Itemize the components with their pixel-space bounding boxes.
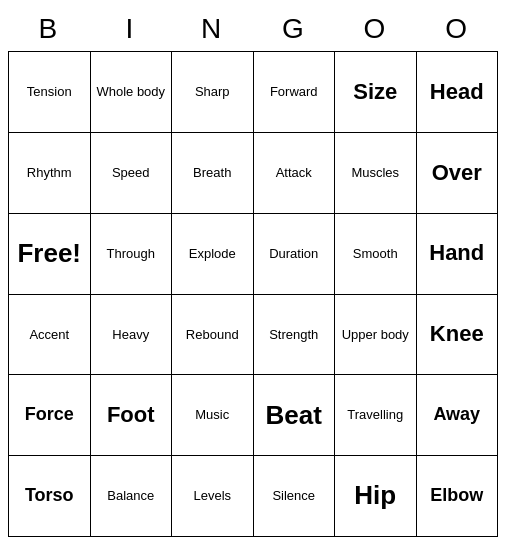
bingo-cell-9: Attack	[254, 133, 336, 214]
bingo-cell-10: Muscles	[335, 133, 417, 214]
header-letter-b-0: B	[8, 7, 90, 51]
bingo-cell-25: Foot	[91, 375, 173, 456]
bingo-cell-1: Whole body	[91, 52, 173, 133]
bingo-cell-29: Away	[417, 375, 499, 456]
bingo-cell-0: Tension	[9, 52, 91, 133]
bingo-cell-20: Rebound	[172, 295, 254, 376]
header-letter-o-5: O	[416, 7, 498, 51]
header-letter-g-3: G	[253, 7, 335, 51]
bingo-cell-6: Rhythm	[9, 133, 91, 214]
bingo-cell-12: Free!	[9, 214, 91, 295]
header-letter-o-4: O	[335, 7, 417, 51]
bingo-cell-18: Accent	[9, 295, 91, 376]
header-letter-i-1: I	[90, 7, 172, 51]
bingo-cell-7: Speed	[91, 133, 173, 214]
bingo-cell-32: Levels	[172, 456, 254, 537]
bingo-card: BINGOO TensionWhole bodySharpForwardSize…	[8, 7, 498, 537]
bingo-cell-14: Explode	[172, 214, 254, 295]
bingo-header: BINGOO	[8, 7, 498, 51]
bingo-cell-21: Strength	[254, 295, 336, 376]
bingo-cell-17: Hand	[417, 214, 499, 295]
bingo-cell-11: Over	[417, 133, 499, 214]
bingo-cell-3: Forward	[254, 52, 336, 133]
bingo-cell-27: Beat	[254, 375, 336, 456]
bingo-cell-34: Hip	[335, 456, 417, 537]
bingo-cell-15: Duration	[254, 214, 336, 295]
bingo-cell-16: Smooth	[335, 214, 417, 295]
bingo-cell-4: Size	[335, 52, 417, 133]
bingo-cell-24: Force	[9, 375, 91, 456]
bingo-cell-28: Travelling	[335, 375, 417, 456]
bingo-cell-19: Heavy	[91, 295, 173, 376]
bingo-cell-23: Knee	[417, 295, 499, 376]
bingo-cell-22: Upper body	[335, 295, 417, 376]
bingo-cell-8: Breath	[172, 133, 254, 214]
bingo-cell-35: Elbow	[417, 456, 499, 537]
bingo-cell-33: Silence	[254, 456, 336, 537]
bingo-grid: TensionWhole bodySharpForwardSizeHeadRhy…	[8, 51, 498, 537]
bingo-cell-31: Balance	[91, 456, 173, 537]
bingo-cell-2: Sharp	[172, 52, 254, 133]
bingo-cell-5: Head	[417, 52, 499, 133]
bingo-cell-30: Torso	[9, 456, 91, 537]
bingo-cell-13: Through	[91, 214, 173, 295]
bingo-cell-26: Music	[172, 375, 254, 456]
header-letter-n-2: N	[171, 7, 253, 51]
